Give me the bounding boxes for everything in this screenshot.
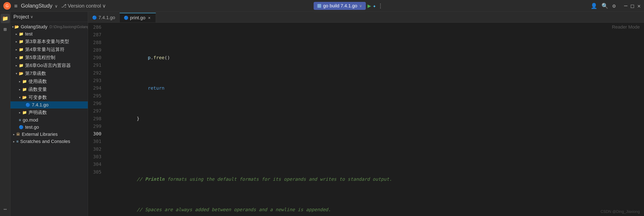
variadic-folder-icon: 📂 bbox=[22, 95, 27, 100]
close-button[interactable]: ✕ bbox=[637, 3, 641, 9]
code-line-287: return bbox=[109, 77, 644, 84]
line-num-300: 300 bbox=[88, 130, 102, 138]
tab-741go[interactable]: 🔵 7.4.1.go bbox=[88, 13, 120, 23]
folder-tree-icon: 📁 bbox=[2, 16, 8, 21]
sidebar-icon-project[interactable]: 📁 bbox=[1, 14, 10, 23]
run-config-icon bbox=[318, 4, 321, 8]
741go-file-icon: 🔵 bbox=[26, 103, 30, 107]
line-numbers: 286 287 288 289 290 291 292 293 294 295 … bbox=[88, 23, 105, 216]
titlebar-center: go build 7.4.1.go ∨ ▶ ✦ ⋮ bbox=[314, 2, 383, 10]
profile-icon[interactable]: 👤 bbox=[590, 3, 597, 9]
test-folder-icon: 📁 bbox=[19, 32, 24, 36]
ch4-folder-icon: 📁 bbox=[19, 47, 24, 52]
line-num-296: 296 bbox=[88, 100, 102, 107]
scratches-label: Scratches and Consoles bbox=[20, 139, 70, 144]
code-line-289 bbox=[109, 138, 644, 145]
use-func-folder-icon: 📁 bbox=[22, 79, 27, 84]
run-config-button[interactable]: go build 7.4.1.go ∨ bbox=[314, 2, 366, 10]
ch5-expand-icon: ▸ bbox=[15, 56, 18, 59]
tree-item-gomod[interactable]: ≡ go.mod bbox=[10, 117, 88, 124]
use-func-label: 使用函数 bbox=[28, 78, 47, 85]
reader-mode-button[interactable]: Reader Mode bbox=[612, 24, 640, 30]
declare-func-expand-icon: ▸ bbox=[18, 111, 21, 114]
code-editor[interactable]: p.free() return } // Println formats usi… bbox=[105, 23, 644, 216]
tree-item-ch4[interactable]: ▸ 📁 第4章常量与运算符 bbox=[10, 46, 88, 54]
line-num-303: 303 bbox=[88, 153, 102, 161]
func-var-expand-icon: ▸ bbox=[18, 88, 21, 91]
ch6-expand-icon: ▸ bbox=[15, 64, 18, 67]
minimize-button[interactable]: ─ bbox=[624, 3, 628, 9]
tab-printgo-close[interactable]: ✕ bbox=[147, 16, 152, 20]
code-line-286: p.free() bbox=[109, 46, 644, 54]
copyright-text: CSDN @Ding_Jiaxiong bbox=[601, 209, 640, 214]
run-button[interactable]: ▶ bbox=[368, 2, 371, 9]
line-num-301: 301 bbox=[88, 138, 102, 145]
root-folder-icon: 📂 bbox=[14, 25, 19, 29]
titlebar: G ≡ GolangStudy ∨ ⎇ Version control ∨ go… bbox=[0, 0, 644, 12]
line-num-291: 291 bbox=[88, 61, 102, 69]
tree-item-ch3[interactable]: ▸ 📁 第3章基本变量与类型 bbox=[10, 38, 88, 46]
line-num-286: 286 bbox=[88, 24, 102, 31]
line-num-289: 289 bbox=[88, 46, 102, 54]
tree-item-external[interactable]: ▸ 🏛 External Libraries bbox=[10, 131, 88, 138]
gomod-label: go.mod bbox=[23, 117, 38, 123]
line-num-294: 294 bbox=[88, 84, 102, 92]
project-header[interactable]: Project ∨ bbox=[10, 12, 88, 22]
external-label: External Libraries bbox=[22, 132, 58, 137]
sidebar-icon-more[interactable]: ⋯ bbox=[1, 205, 10, 214]
project-name-label[interactable]: GolangStudy ∨ bbox=[21, 3, 58, 9]
testgo-file-icon: 🔵 bbox=[19, 125, 24, 130]
tree-item-use-func[interactable]: ▸ 📁 使用函数 bbox=[10, 77, 88, 85]
tree-item-testgo[interactable]: 🔵 test.go bbox=[10, 124, 88, 131]
tree-item-ch7[interactable]: ▾ 📂 第7章函数 bbox=[10, 69, 88, 77]
line-num-287: 287 bbox=[88, 31, 102, 39]
line-num-292: 292 bbox=[88, 69, 102, 77]
tab-741go-label: 7.4.1.go bbox=[98, 15, 115, 20]
version-control-button[interactable]: ⎇ Version control ∨ bbox=[61, 3, 106, 9]
debug-icon[interactable]: ✦ bbox=[373, 3, 376, 9]
tab-bar: 🔵 7.4.1.go 🔵 print.go ✕ bbox=[88, 12, 644, 23]
sidebar-icons: 📁 ⊞ ⋯ bbox=[0, 12, 10, 216]
external-expand-icon: ▸ bbox=[12, 133, 16, 136]
hamburger-menu-icon[interactable]: ≡ bbox=[14, 3, 18, 9]
tree-item-func-var[interactable]: ▸ 📁 函数变量 bbox=[10, 85, 88, 93]
scratches-icon: ≡ bbox=[16, 139, 19, 144]
window-controls: ─ □ ✕ bbox=[624, 3, 641, 9]
tree-item-ch5[interactable]: ▸ 📁 第5章流程控制 bbox=[10, 54, 88, 61]
tree-item-variadic[interactable]: ▾ 📂 可变参数 bbox=[10, 93, 88, 101]
ch3-folder-icon: 📁 bbox=[19, 39, 24, 44]
tab-printgo-icon: 🔵 bbox=[124, 16, 128, 20]
tree-root[interactable]: ▾ 📂 GolangStudy D:\DingJiaxiong\GolangSt… bbox=[10, 23, 88, 30]
code-line-288: } bbox=[109, 107, 644, 115]
project-tree: ▾ 📂 GolangStudy D:\DingJiaxiong\GolangSt… bbox=[10, 22, 88, 216]
structure-icon: ⊞ bbox=[4, 27, 6, 32]
line-num-298: 298 bbox=[88, 115, 102, 123]
tree-item-declare-func[interactable]: ▸ 📁 声明函数 bbox=[10, 109, 88, 117]
ch4-expand-icon: ▸ bbox=[15, 48, 18, 51]
tree-item-scratches[interactable]: ▸ ≡ Scratches and Consoles bbox=[10, 138, 88, 145]
tab-printgo[interactable]: 🔵 print.go ✕ bbox=[120, 13, 156, 23]
more-options-icon[interactable]: ⋮ bbox=[378, 3, 383, 9]
ch4-label: 第4章常量与运算符 bbox=[25, 46, 64, 53]
search-icon[interactable]: 🔍 bbox=[602, 3, 608, 9]
run-config-dropdown-arrow: ∨ bbox=[359, 4, 362, 8]
project-panel: Project ∨ ▾ 📂 GolangStudy D:\DingJiaxion… bbox=[10, 12, 88, 216]
project-header-arrow: ∨ bbox=[30, 15, 33, 19]
editor-area: 🔵 7.4.1.go 🔵 print.go ✕ Reader Mode 286 … bbox=[88, 12, 644, 216]
line-num-290: 290 bbox=[88, 54, 102, 61]
titlebar-actions: 👤 🔍 ⚙ ─ □ ✕ bbox=[590, 3, 641, 9]
741go-label: 7.4.1.go bbox=[32, 102, 48, 108]
tree-item-ch6[interactable]: ▸ 📁 第6章Go语言内置容器 bbox=[10, 61, 88, 69]
ch7-folder-icon: 📂 bbox=[19, 71, 24, 76]
svg-text:G: G bbox=[6, 4, 8, 8]
tree-item-741go[interactable]: 🔵 7.4.1.go bbox=[10, 101, 88, 109]
line-num-297: 297 bbox=[88, 107, 102, 115]
tree-item-test[interactable]: ▸ 📁 test bbox=[10, 30, 88, 38]
gear-icon[interactable]: ⚙ bbox=[612, 3, 616, 9]
maximize-button[interactable]: □ bbox=[631, 3, 634, 9]
sidebar-icon-structure[interactable]: ⊞ bbox=[1, 25, 10, 34]
root-name: GolangStudy bbox=[21, 24, 47, 30]
scratches-expand-icon: ▸ bbox=[12, 140, 16, 143]
project-label: Project bbox=[14, 14, 29, 20]
editor-content: Reader Mode 286 287 288 289 290 291 292 … bbox=[88, 23, 644, 216]
